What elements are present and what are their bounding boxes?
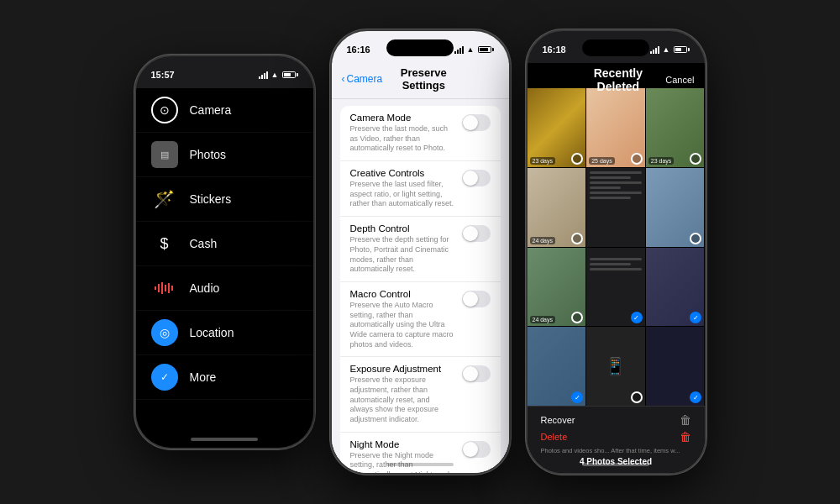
menu-item-audio[interactable]: Audio <box>136 266 313 311</box>
photo-cell-7[interactable]: 24 days <box>528 248 586 327</box>
setting-row-exposure: Exposure Adjustment Preserve the exposur… <box>340 357 501 432</box>
photo-cell-2[interactable]: 25 days <box>586 88 645 167</box>
select-circle-2[interactable] <box>631 153 643 165</box>
select-circle-7[interactable] <box>571 312 583 323</box>
select-circle-6[interactable] <box>690 233 701 244</box>
time-3: 16:18 <box>543 45 566 55</box>
time-2: 16:16 <box>347 45 370 55</box>
nav-bar: ‹ Camera Preserve Settings <box>332 63 509 99</box>
audio-icon <box>151 275 178 302</box>
setting-title-night: Night Mode <box>350 439 455 449</box>
photo-cell-6[interactable] <box>646 168 705 247</box>
select-circle-12[interactable]: ✓ <box>690 391 701 403</box>
svg-rect-4 <box>168 283 170 293</box>
delete-row: Delete 🗑 <box>541 430 691 444</box>
menu-item-camera[interactable]: ⊙ Camera <box>136 88 313 133</box>
photo-cell-4[interactable]: 24 days <box>528 168 586 247</box>
toggle-night[interactable] <box>462 441 491 458</box>
svg-rect-1 <box>158 284 160 292</box>
svg-rect-0 <box>155 286 156 290</box>
toggle-creative[interactable] <box>462 170 491 186</box>
menu-label-stickers: Stickers <box>190 192 232 206</box>
setting-title-depth: Depth Control <box>350 223 455 234</box>
recover-button[interactable]: Recover <box>541 415 575 425</box>
setting-title-camera-mode: Camera Mode <box>350 113 455 123</box>
phone2-content: ‹ Camera Preserve Settings Camera Mode P… <box>332 63 509 473</box>
settings-section: Camera Mode Preserve the last mode, such… <box>340 106 501 473</box>
toggle-camera-mode[interactable] <box>462 114 491 131</box>
wifi-icon-1: ▲ <box>271 71 279 79</box>
nav-title: Preserve Settings <box>382 66 465 92</box>
menu-item-photos[interactable]: ▤ Photos <box>136 133 313 177</box>
back-chevron-icon: ‹ <box>342 73 345 85</box>
setting-desc-creative: Preserve the last used filter, aspect ra… <box>350 180 455 209</box>
dynamic-island-2 <box>386 39 454 56</box>
toggle-macro[interactable] <box>462 291 491 307</box>
select-circle-1[interactable] <box>571 153 583 165</box>
svg-rect-2 <box>161 282 163 294</box>
menu-item-location[interactable]: ◎ Location <box>136 311 313 355</box>
menu-label-camera: Camera <box>190 103 232 117</box>
more-icon: ✓ <box>151 364 178 391</box>
svg-rect-5 <box>171 286 173 291</box>
photos-header: Recently Deleted Cancel <box>528 63 705 98</box>
menu-label-audio: Audio <box>190 281 220 295</box>
cancel-button[interactable]: Cancel <box>665 75 694 85</box>
select-circle-10[interactable]: ✓ <box>571 391 583 403</box>
days-label-3: 23 days <box>648 157 675 165</box>
trash-icon: 🗑 <box>680 413 691 427</box>
select-circle-8[interactable]: ✓ <box>631 312 643 323</box>
setting-row-creative: Creative Controls Preserve the last used… <box>340 161 501 217</box>
battery-icon-3 <box>674 46 690 53</box>
menu-item-stickers[interactable]: 🪄 Stickers <box>136 177 313 222</box>
select-circle-9[interactable]: ✓ <box>690 312 701 323</box>
setting-desc-camera-mode: Preserve the last mode, such as Video, r… <box>350 124 455 154</box>
setting-row-night: Night Mode Preserve the Night mode setti… <box>340 433 501 473</box>
select-circle-3[interactable] <box>690 153 701 165</box>
setting-desc-depth: Preserve the depth setting for Photo, Po… <box>350 235 455 275</box>
photos-grid: 23 days 25 days 23 days 24 days <box>528 88 705 406</box>
home-indicator-2 <box>386 463 454 466</box>
nav-back-button[interactable]: ‹ Camera <box>342 73 383 85</box>
wifi-icon-3: ▲ <box>663 45 670 54</box>
location-icon: ◎ <box>151 319 178 346</box>
photo-cell-12[interactable]: ✓ <box>646 327 705 406</box>
setting-desc-macro: Preserve the Auto Macro setting, rather … <box>350 301 455 349</box>
setting-row-camera-mode: Camera Mode Preserve the last mode, such… <box>340 106 501 161</box>
photo-cell-9[interactable]: ✓ <box>646 248 705 327</box>
select-circle-11[interactable] <box>631 391 643 403</box>
days-label-4: 24 days <box>530 237 556 244</box>
delete-button[interactable]: Delete <box>541 432 568 442</box>
signal-icon-3 <box>650 45 659 54</box>
setting-desc-night: Preserve the Night mode setting, rather … <box>350 451 455 473</box>
days-label-2: 25 days <box>589 157 615 165</box>
photo-cell-3[interactable]: 23 days <box>646 88 705 167</box>
nav-back-label: Camera <box>347 73 383 85</box>
menu-item-cash[interactable]: $ Cash <box>136 222 313 266</box>
toggle-depth[interactable] <box>462 225 491 242</box>
menu-label-photos: Photos <box>190 148 227 161</box>
home-indicator-1 <box>191 438 258 441</box>
phone-2: 16:16 ▲ ‹ Camera Preserve Settings <box>330 29 511 475</box>
photo-cell-10[interactable]: ✓ <box>528 327 586 406</box>
camera-icon: ⊙ <box>151 97 178 123</box>
settings-list: Camera Mode Preserve the last mode, such… <box>332 99 509 473</box>
menu-label-cash: Cash <box>190 237 218 250</box>
photo-cell-5[interactable] <box>586 168 645 247</box>
battery-icon-2 <box>478 46 494 53</box>
time-1: 15:57 <box>151 70 175 80</box>
select-circle-4[interactable] <box>571 233 583 244</box>
cash-icon: $ <box>151 230 178 257</box>
setting-title-creative: Creative Controls <box>350 168 455 178</box>
photo-cell-8[interactable]: ✓ <box>586 248 645 327</box>
menu-label-location: Location <box>190 326 234 339</box>
phone1-content: ⊙ Camera ▤ Photos 🪄 Stickers $ Cash Audi… <box>136 88 313 448</box>
photo-cell-1[interactable]: 23 days <box>528 88 586 167</box>
photo-cell-11[interactable]: 📱 <box>586 327 645 406</box>
phone-1: 15:57 ▲ ⊙ Camera ▤ Photos <box>134 55 315 449</box>
menu-item-more[interactable]: ✓ More <box>136 355 313 400</box>
recently-deleted-title: Recently Deleted <box>571 66 666 93</box>
toggle-exposure[interactable] <box>462 365 491 382</box>
wifi-icon-2: ▲ <box>467 45 475 54</box>
notch-1 <box>182 56 266 75</box>
